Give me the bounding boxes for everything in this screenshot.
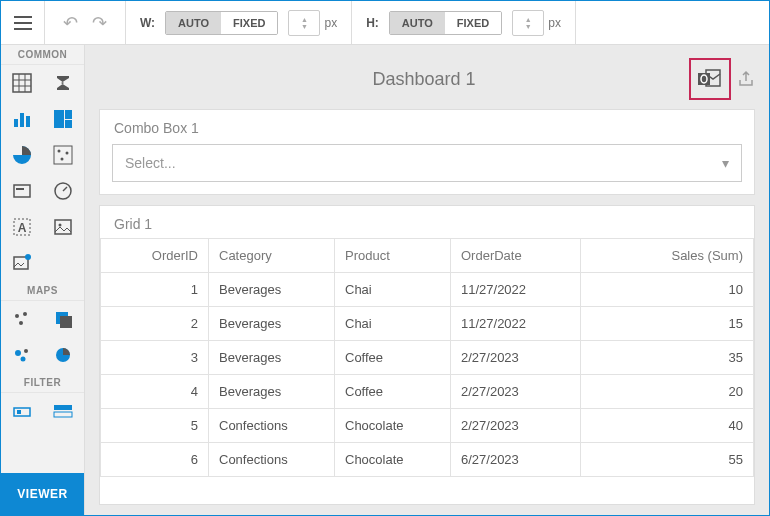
tool-bubble-map[interactable] [1, 337, 43, 373]
choropleth-icon [53, 309, 73, 329]
tool-pie-map[interactable] [43, 337, 85, 373]
cell-category: Confections [209, 443, 335, 477]
combo-placeholder: Select... [125, 155, 176, 171]
svg-rect-5 [65, 110, 72, 119]
sidebar-section-filter: FILTER [1, 373, 84, 393]
hamburger-icon [14, 16, 32, 30]
cell-category: Beverages [209, 307, 335, 341]
tool-bound-image[interactable] [1, 245, 43, 281]
table-row[interactable]: 4BeveragesCoffee2/27/202320 [101, 375, 754, 409]
tool-pie[interactable] [1, 137, 43, 173]
undo-button[interactable]: ↶ [63, 12, 78, 34]
col-orderdate[interactable]: OrderDate [451, 239, 581, 273]
col-product[interactable]: Product [335, 239, 451, 273]
svg-rect-2 [20, 113, 24, 127]
cell-product: Coffee [335, 375, 451, 409]
pie-icon [12, 145, 32, 165]
cell-date: 11/27/2022 [451, 307, 581, 341]
cell-category: Beverages [209, 341, 335, 375]
svg-text:A: A [17, 221, 26, 235]
grid-title: Grid 1 [100, 206, 754, 238]
cell-orderid: 2 [101, 307, 209, 341]
range-filter-icon [12, 401, 32, 421]
svg-rect-11 [14, 185, 30, 197]
cell-sales: 35 [581, 341, 754, 375]
col-category[interactable]: Category [209, 239, 335, 273]
history-group: ↶ ↷ [45, 1, 126, 44]
svg-rect-29 [14, 408, 30, 416]
cell-sales: 10 [581, 273, 754, 307]
sidebar: COMMON A MAPS FIL [1, 45, 85, 515]
table-row[interactable]: 3BeveragesCoffee2/27/202335 [101, 341, 754, 375]
gauge-icon [53, 181, 73, 201]
width-fixed[interactable]: FIXED [221, 12, 277, 34]
hamburger-menu[interactable] [1, 1, 45, 45]
cell-product: Chai [335, 307, 451, 341]
tool-bar-chart[interactable] [1, 101, 43, 137]
width-auto[interactable]: AUTO [166, 12, 221, 34]
export-icon[interactable] [737, 70, 755, 88]
cell-product: Chai [335, 273, 451, 307]
tool-gauge[interactable] [43, 173, 85, 209]
table-row[interactable]: 1BeveragesChai11/27/202210 [101, 273, 754, 307]
table-row[interactable]: 6ConfectionsChocolate6/27/202355 [101, 443, 754, 477]
redo-button[interactable]: ↷ [92, 12, 107, 34]
col-orderid[interactable]: OrderID [101, 239, 209, 273]
grid-icon [12, 73, 32, 93]
card-icon [12, 181, 32, 201]
tool-card[interactable] [1, 173, 43, 209]
svg-point-26 [24, 349, 28, 353]
tool-combo-filter[interactable] [43, 393, 85, 429]
col-sales[interactable]: Sales (Sum) [581, 239, 754, 273]
cell-date: 2/27/2023 [451, 375, 581, 409]
tool-grid[interactable] [1, 65, 43, 101]
svg-rect-1 [14, 119, 18, 127]
svg-point-10 [61, 158, 64, 161]
height-group: H: AUTO FIXED ▲▼ px [352, 1, 576, 44]
cell-date: 2/27/2023 [451, 341, 581, 375]
canvas: Dashboard 1 Combo Box 1 [85, 45, 769, 515]
header-row: OrderID Category Product OrderDate Sales… [101, 239, 754, 273]
tool-sigma[interactable] [43, 65, 85, 101]
image-icon [53, 217, 73, 237]
cell-product: Chocolate [335, 409, 451, 443]
svg-rect-12 [16, 188, 24, 190]
cell-sales: 55 [581, 443, 754, 477]
bar-chart-icon [12, 109, 32, 129]
cell-date: 6/27/2023 [451, 443, 581, 477]
width-group: W: AUTO FIXED ▲▼ px [126, 1, 352, 44]
svg-rect-6 [65, 120, 72, 128]
height-toggle[interactable]: AUTO FIXED [389, 11, 502, 35]
svg-rect-31 [54, 405, 72, 410]
height-spinner[interactable]: ▲▼ px [512, 10, 561, 36]
tool-scatter[interactable] [43, 137, 85, 173]
cell-orderid: 5 [101, 409, 209, 443]
svg-point-27 [20, 357, 25, 362]
tool-text[interactable]: A [1, 209, 43, 245]
viewer-button[interactable]: VIEWER [1, 473, 84, 515]
svg-rect-24 [60, 316, 72, 328]
tool-treemap[interactable] [43, 101, 85, 137]
tool-choropleth[interactable] [43, 301, 85, 337]
height-auto[interactable]: AUTO [390, 12, 445, 34]
width-spinner[interactable]: ▲▼ px [288, 10, 337, 36]
table-row[interactable]: 2BeveragesChai11/27/202215 [101, 307, 754, 341]
email-button[interactable] [689, 58, 731, 100]
combo-title: Combo Box 1 [100, 110, 754, 144]
tool-geo-point[interactable] [1, 301, 43, 337]
cell-orderid: 3 [101, 341, 209, 375]
combo-panel: Combo Box 1 Select... ▾ [99, 109, 755, 195]
svg-point-9 [66, 152, 69, 155]
data-grid[interactable]: OrderID Category Product OrderDate Sales… [100, 238, 754, 477]
tool-range-filter[interactable] [1, 393, 43, 429]
combo-filter-icon [53, 401, 73, 421]
svg-point-20 [15, 314, 19, 318]
height-fixed[interactable]: FIXED [445, 12, 501, 34]
table-row[interactable]: 5ConfectionsChocolate2/27/202340 [101, 409, 754, 443]
tool-image[interactable] [43, 209, 85, 245]
width-toggle[interactable]: AUTO FIXED [165, 11, 278, 35]
cell-category: Beverages [209, 273, 335, 307]
combo-box[interactable]: Select... ▾ [112, 144, 742, 182]
svg-rect-30 [17, 410, 21, 414]
svg-rect-0 [13, 74, 31, 92]
